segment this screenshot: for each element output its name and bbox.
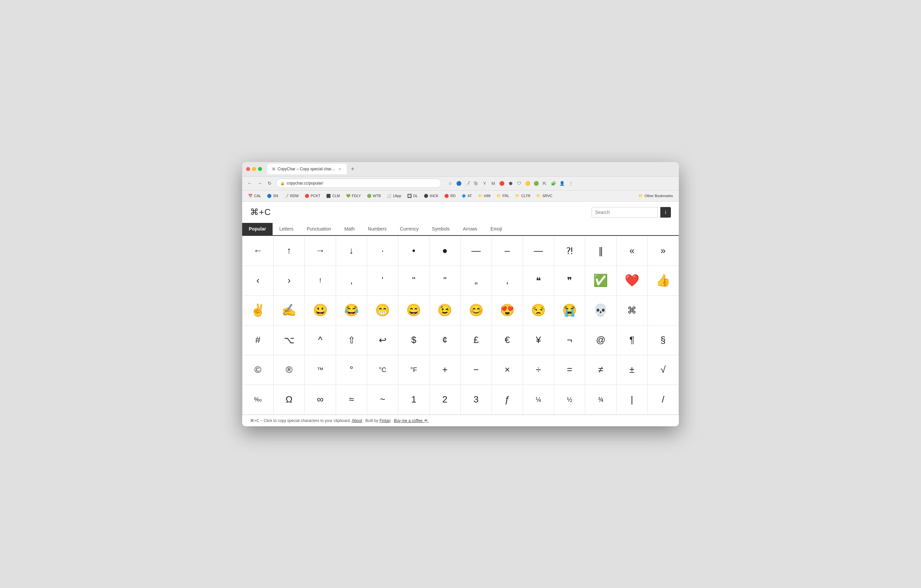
- extension-3-icon[interactable]: 🐘: [472, 180, 480, 187]
- char-middle-dot[interactable]: ·: [367, 236, 398, 266]
- char-left-arrow[interactable]: ←: [242, 236, 273, 266]
- char-degree[interactable]: °: [336, 355, 367, 385]
- bookmark-pckt[interactable]: 🔴 PCKT: [302, 192, 323, 200]
- char-thumbs-up[interactable]: 👍: [648, 266, 679, 296]
- char-infinity[interactable]: ∞: [305, 385, 336, 415]
- char-registered[interactable]: ®: [273, 355, 305, 385]
- bookmark-srvc[interactable]: 📁 SRVC: [534, 192, 555, 200]
- active-tab[interactable]: ⌘ CopyChar – Copy special char… ✕: [267, 164, 347, 174]
- extension-1-icon[interactable]: 🔵: [455, 180, 462, 187]
- char-black-circle[interactable]: ●: [430, 236, 460, 266]
- bookmark-ihck[interactable]: ⚫ IHCK: [421, 192, 441, 200]
- char-yen[interactable]: ¥: [523, 325, 554, 355]
- char-open-double-quote[interactable]: ": [398, 266, 430, 296]
- bookmark-frl[interactable]: 📁 FRL: [494, 192, 512, 200]
- extension-2-icon[interactable]: 📝: [464, 180, 471, 187]
- bookmark-1app[interactable]: ⬜ 1App: [384, 192, 404, 200]
- char-florin[interactable]: ƒ: [492, 385, 523, 415]
- char-3[interactable]: 3: [461, 385, 492, 415]
- char-plus-minus[interactable]: ±: [617, 355, 648, 385]
- back-button[interactable]: ←: [246, 180, 254, 187]
- char-beaming-face[interactable]: 😁: [367, 296, 398, 325]
- char-pilcrow[interactable]: ¶: [617, 325, 648, 355]
- char-2[interactable]: 2: [430, 385, 460, 415]
- char-not[interactable]: ¬: [554, 325, 585, 355]
- bookmark-sn[interactable]: 🔵 SN: [264, 192, 280, 200]
- char-trademark[interactable]: ™: [305, 355, 336, 385]
- char-euro[interactable]: €: [492, 325, 523, 355]
- char-skull-crossbones[interactable]: 💀: [585, 296, 616, 325]
- close-button[interactable]: [246, 167, 250, 171]
- char-fahrenheit[interactable]: °F: [398, 355, 430, 385]
- char-equals[interactable]: =: [554, 355, 585, 385]
- bookmark-cal[interactable]: 📅 CAL: [246, 192, 264, 200]
- char-guillemet-left[interactable]: «: [617, 236, 648, 266]
- char-pipe[interactable]: |: [617, 385, 648, 415]
- char-unamused-face[interactable]: 😒: [523, 296, 554, 325]
- bookmark-wtb[interactable]: 🟢 WTB: [364, 192, 383, 200]
- char-not-equal[interactable]: ≠: [585, 355, 616, 385]
- minimize-button[interactable]: [252, 167, 256, 171]
- char-interrobang[interactable]: ⁈: [554, 236, 585, 266]
- bookmark-h99[interactable]: 📁 H99: [475, 192, 493, 200]
- tab-numbers[interactable]: Numbers: [361, 223, 393, 236]
- char-multiply[interactable]: ×: [492, 355, 523, 385]
- char-minus[interactable]: −: [461, 355, 492, 385]
- char-victory-hand[interactable]: ✌️: [242, 296, 273, 325]
- char-command[interactable]: ⌘: [617, 296, 648, 325]
- char-single-guillemet-right[interactable]: ›: [273, 266, 305, 296]
- tab-popular[interactable]: Popular: [242, 223, 273, 236]
- bookmark-other[interactable]: 📁 Other Bookmarks: [636, 192, 675, 200]
- tab-currency[interactable]: Currency: [393, 223, 425, 236]
- extension-10-icon[interactable]: 🟢: [533, 180, 540, 187]
- profile-icon[interactable]: 👤: [558, 180, 566, 187]
- char-en-dash[interactable]: –: [492, 236, 523, 266]
- char-plus[interactable]: +: [430, 355, 460, 385]
- char-exclamation-mark[interactable]: !: [305, 266, 336, 296]
- char-hash[interactable]: #: [242, 325, 273, 355]
- char-grinning-squint[interactable]: 😄: [398, 296, 430, 325]
- char-omega[interactable]: Ω: [273, 385, 305, 415]
- char-quarter[interactable]: ¼: [523, 385, 554, 415]
- bookmark-star-icon[interactable]: ☆: [447, 180, 454, 187]
- bookmark-fdly[interactable]: 💚 FDLY: [343, 192, 364, 200]
- tab-arrows[interactable]: Arrows: [456, 223, 484, 236]
- char-approx[interactable]: ≈: [336, 385, 367, 415]
- tab-symbols[interactable]: Symbols: [425, 223, 457, 236]
- char-sqrt[interactable]: √: [648, 355, 679, 385]
- search-button[interactable]: i: [660, 207, 671, 218]
- char-right-arrow[interactable]: →: [305, 236, 336, 266]
- char-caret[interactable]: ^: [305, 325, 336, 355]
- char-writing-hand[interactable]: ✍️: [273, 296, 305, 325]
- char-single-guillemet-left[interactable]: ‹: [242, 266, 273, 296]
- tab-letters[interactable]: Letters: [273, 223, 300, 236]
- char-at[interactable]: @: [585, 325, 616, 355]
- bookmark-dl[interactable]: 🔲 DL: [405, 192, 420, 200]
- char-section[interactable]: §: [648, 325, 679, 355]
- char-grinning-face[interactable]: 😀: [305, 296, 336, 325]
- extension-4-icon[interactable]: Y: [481, 180, 488, 187]
- menu-icon[interactable]: ⋮: [567, 180, 574, 187]
- char-1[interactable]: 1: [398, 385, 430, 415]
- char-three-quarters[interactable]: ¾: [585, 385, 616, 415]
- extension-11-icon[interactable]: R.: [541, 180, 548, 187]
- char-return[interactable]: ↩: [367, 325, 398, 355]
- tab-close-button[interactable]: ✕: [337, 167, 342, 171]
- char-up-arrow[interactable]: ↑: [273, 236, 305, 266]
- reload-button[interactable]: ↻: [266, 180, 273, 187]
- bookmark-rd[interactable]: 🔴 RD: [442, 192, 458, 200]
- url-bar[interactable]: 🔒 copychar.cc/popular/: [276, 179, 441, 188]
- char-laugh-cry[interactable]: 😂: [336, 296, 367, 325]
- char-horizontal-bar[interactable]: ―: [523, 236, 554, 266]
- new-tab-button[interactable]: +: [349, 165, 356, 173]
- char-apple[interactable]: [648, 296, 679, 325]
- char-single-right-quote[interactable]: ‛: [367, 266, 398, 296]
- tab-emoji[interactable]: Emoji: [484, 223, 509, 236]
- char-half[interactable]: ½: [554, 385, 585, 415]
- char-down-arrow[interactable]: ↓: [336, 236, 367, 266]
- extension-9-icon[interactable]: 🟡: [524, 180, 531, 187]
- extensions-icon[interactable]: 🧩: [550, 180, 557, 187]
- char-cent[interactable]: ¢: [430, 325, 460, 355]
- bookmark-rdw[interactable]: 📝 RDW: [282, 192, 301, 200]
- char-double-pipe[interactable]: ‖: [585, 236, 616, 266]
